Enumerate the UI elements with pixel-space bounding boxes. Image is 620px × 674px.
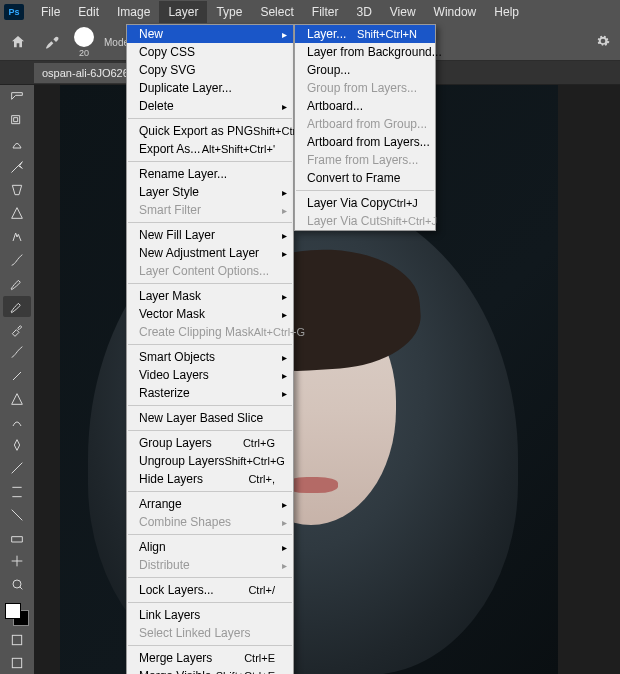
submenu-arrow-icon: ▸	[282, 309, 287, 320]
layer-menu-layer-mask[interactable]: Layer Mask▸	[127, 287, 293, 305]
layer-menu-copy-svg[interactable]: Copy SVG	[127, 61, 293, 79]
menu-filter[interactable]: Filter	[303, 1, 348, 23]
lasso-tool[interactable]	[3, 133, 31, 154]
frame-tool[interactable]	[3, 203, 31, 224]
layer-menu-hide-layers[interactable]: Hide LayersCtrl+,	[127, 470, 293, 488]
zoom-tool[interactable]	[3, 574, 31, 595]
eyedropper-tool[interactable]	[3, 226, 31, 247]
layer-menu-lock-layers[interactable]: Lock Layers...Ctrl+/	[127, 581, 293, 599]
menu-item-label: Delete	[139, 99, 174, 113]
layer-menu-export-as[interactable]: Export As...Alt+Shift+Ctrl+'	[127, 140, 293, 158]
foreground-swatch[interactable]	[5, 603, 21, 619]
menu-item-shortcut: Ctrl+,	[248, 473, 275, 485]
new-submenu-layer-via-copy[interactable]: Layer Via CopyCtrl+J	[295, 194, 435, 212]
layer-menu-video-layers[interactable]: Video Layers▸	[127, 366, 293, 384]
layer-menu-separator	[128, 283, 292, 284]
layer-menu-quick-export-as-png[interactable]: Quick Export as PNGShift+Ctrl+'	[127, 122, 293, 140]
brush-tool-icon[interactable]	[40, 30, 64, 54]
new-submenu-group-from-layers: Group from Layers...	[295, 79, 435, 97]
menu-view[interactable]: View	[381, 1, 425, 23]
healing-tool[interactable]	[3, 249, 31, 270]
layer-menu-group-layers[interactable]: Group LayersCtrl+G	[127, 434, 293, 452]
path-select-tool[interactable]	[3, 504, 31, 525]
layer-menu-merge-visible[interactable]: Merge VisibleShift+Ctrl+E	[127, 667, 293, 674]
gear-icon[interactable]	[596, 34, 610, 50]
menu-item-label: Layer Mask	[139, 289, 201, 303]
dodge-tool[interactable]	[3, 435, 31, 456]
new-submenu-artboard[interactable]: Artboard...	[295, 97, 435, 115]
layer-menu-vector-mask[interactable]: Vector Mask▸	[127, 305, 293, 323]
menu-item-label: Vector Mask	[139, 307, 205, 321]
layer-menu-new[interactable]: New▸	[127, 25, 293, 43]
menu-item-label: Artboard from Layers...	[307, 135, 430, 149]
layer-menu-new-fill-layer[interactable]: New Fill Layer▸	[127, 226, 293, 244]
menu-file[interactable]: File	[32, 1, 69, 23]
eraser-tool[interactable]	[3, 365, 31, 386]
new-submenu-artboard-from-layers[interactable]: Artboard from Layers...	[295, 133, 435, 151]
screen-mode-icon[interactable]	[3, 653, 31, 674]
menu-item-shortcut: Ctrl+/	[248, 584, 275, 596]
menu-item-label: Copy SVG	[139, 63, 196, 77]
menubar: Ps FileEditImageLayerTypeSelectFilter3DV…	[0, 0, 620, 24]
clone-stamp-tool[interactable]	[3, 319, 31, 340]
history-brush-tool[interactable]	[3, 342, 31, 363]
hand-tool[interactable]	[3, 550, 31, 571]
layer-menu-copy-css[interactable]: Copy CSS	[127, 43, 293, 61]
layer-menu-merge-layers[interactable]: Merge LayersCtrl+E	[127, 649, 293, 667]
new-submenu-layer-from-background[interactable]: Layer from Background...	[295, 43, 435, 61]
new-submenu-artboard-from-group: Artboard from Group...	[295, 115, 435, 133]
layer-menu-new-adjustment-layer[interactable]: New Adjustment Layer▸	[127, 244, 293, 262]
menu-help[interactable]: Help	[485, 1, 528, 23]
layer-menu-ungroup-layers[interactable]: Ungroup LayersShift+Ctrl+G	[127, 452, 293, 470]
brush-tool[interactable]	[3, 272, 31, 293]
layer-menu-delete[interactable]: Delete▸	[127, 97, 293, 115]
blur-tool[interactable]	[3, 411, 31, 432]
color-swatches[interactable]	[3, 601, 31, 628]
brush-size-preview[interactable]: 20	[74, 27, 94, 58]
menu-window[interactable]: Window	[425, 1, 486, 23]
layer-menu-align[interactable]: Align▸	[127, 538, 293, 556]
menu-edit[interactable]: Edit	[69, 1, 108, 23]
quick-select-tool[interactable]	[3, 157, 31, 178]
new-submenu: Layer...Shift+Ctrl+NLayer from Backgroun…	[294, 24, 436, 231]
quick-mask-icon[interactable]	[3, 630, 31, 651]
gradient-tool[interactable]	[3, 388, 31, 409]
layer-menu-create-clipping-mask: Create Clipping MaskAlt+Ctrl+G	[127, 323, 293, 341]
new-submenu-layer[interactable]: Layer...Shift+Ctrl+N	[295, 25, 435, 43]
home-icon[interactable]	[6, 30, 30, 54]
menu-3d[interactable]: 3D	[347, 1, 380, 23]
layer-menu-rename-layer[interactable]: Rename Layer...	[127, 165, 293, 183]
pen-tool[interactable]	[3, 458, 31, 479]
menu-item-label: New Adjustment Layer	[139, 246, 259, 260]
menu-image[interactable]: Image	[108, 1, 159, 23]
rectangle-tool[interactable]	[3, 527, 31, 548]
move-tool[interactable]	[3, 87, 31, 108]
layer-menu-link-layers[interactable]: Link Layers	[127, 606, 293, 624]
submenu-arrow-icon: ▸	[282, 388, 287, 399]
new-submenu-group[interactable]: Group...	[295, 61, 435, 79]
new-submenu-frame-from-layers: Frame from Layers...	[295, 151, 435, 169]
layer-menu-arrange[interactable]: Arrange▸	[127, 495, 293, 513]
layer-menu: New▸Copy CSSCopy SVGDuplicate Layer...De…	[126, 24, 294, 674]
menu-layer[interactable]: Layer	[159, 1, 207, 23]
layer-menu-rasterize[interactable]: Rasterize▸	[127, 384, 293, 402]
layer-menu-new-layer-based-slice[interactable]: New Layer Based Slice	[127, 409, 293, 427]
marquee-tool[interactable]	[3, 110, 31, 131]
layer-menu-smart-objects[interactable]: Smart Objects▸	[127, 348, 293, 366]
layer-menu-layer-style[interactable]: Layer Style▸	[127, 183, 293, 201]
menu-item-label: Link Layers	[139, 608, 200, 622]
brush-tool-active[interactable]	[3, 296, 31, 317]
menu-item-label: Merge Visible	[139, 669, 211, 674]
menu-item-label: New Layer Based Slice	[139, 411, 263, 425]
crop-tool[interactable]	[3, 180, 31, 201]
new-submenu-convert-to-frame[interactable]: Convert to Frame	[295, 169, 435, 187]
layer-menu-duplicate-layer[interactable]: Duplicate Layer...	[127, 79, 293, 97]
menu-type[interactable]: Type	[207, 1, 251, 23]
menu-select[interactable]: Select	[251, 1, 302, 23]
layer-menu-smart-filter: Smart Filter▸	[127, 201, 293, 219]
menu-item-label: Rename Layer...	[139, 167, 227, 181]
menu-item-label: Duplicate Layer...	[139, 81, 232, 95]
layer-menu-separator	[128, 577, 292, 578]
type-tool[interactable]	[3, 481, 31, 502]
submenu-arrow-icon: ▸	[282, 517, 287, 528]
